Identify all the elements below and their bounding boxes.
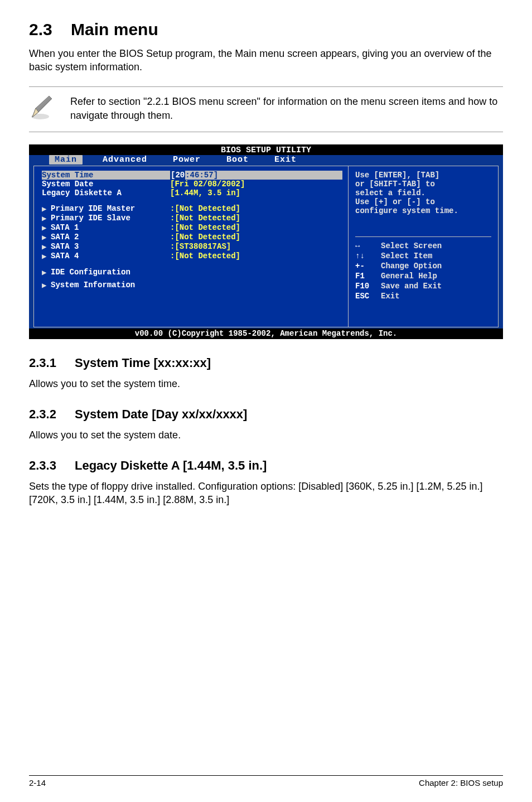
nav-row: F10Save and Exit	[355, 282, 491, 291]
nav-text: Exit	[381, 292, 400, 301]
value: :46:57]	[185, 171, 218, 180]
chevron-right-icon: ▶	[42, 214, 51, 223]
row-sata-3[interactable]: ▶SATA 3:[ST380817AS]	[42, 242, 342, 252]
help-line: configure system time.	[355, 206, 491, 215]
row-legacy-diskette[interactable]: Legacy Diskette A[1.44M, 3.5 in]	[42, 189, 342, 197]
row-primary-ide-master[interactable]: ▶Primary IDE Master:[Not Detected]	[42, 204, 342, 214]
section-heading: 2.3 Main menu	[29, 20, 503, 39]
value: [1.44M, 3.5 in]	[170, 189, 240, 197]
label: SATA 2	[51, 233, 170, 242]
nav-row: F1General Help	[355, 272, 491, 281]
row-primary-ide-slave[interactable]: ▶Primary IDE Slave:[Not Detected]	[42, 214, 342, 223]
row-ide-configuration[interactable]: ▶IDE Configuration	[42, 268, 342, 277]
nav-row: ESCExit	[355, 292, 491, 301]
nav-key: ↔	[355, 241, 381, 250]
footer-chapter: Chapter 2: BIOS setup	[419, 778, 503, 787]
chevron-right-icon: ▶	[42, 252, 51, 261]
value: [Fri 02/08/2002]	[170, 180, 245, 189]
nav-key: ↑↓	[355, 252, 381, 260]
label: Primary IDE Slave	[51, 214, 170, 223]
section-number: 2.3	[29, 20, 52, 38]
bios-screenshot: BIOS SETUP UTILITY Main Advanced Power B…	[29, 144, 503, 339]
nav-text: Select Screen	[381, 241, 442, 250]
nav-key: ESC	[355, 292, 381, 301]
page-footer: 2-14 Chapter 2: BIOS setup	[29, 775, 503, 787]
bios-menu-advanced[interactable]: Advanced	[97, 155, 153, 165]
value: :[ST380817AS]	[170, 242, 231, 252]
nav-key: F10	[355, 282, 381, 291]
subsection-number: 2.3.2	[29, 407, 75, 422]
value: :[Not Detected]	[170, 214, 240, 223]
label: System Time	[42, 171, 170, 180]
label: Primary IDE Master	[51, 204, 170, 214]
value: :[Not Detected]	[170, 233, 240, 242]
nav-text: Save and Exit	[381, 282, 442, 291]
chevron-right-icon: ▶	[42, 233, 51, 242]
subsection-body: Sets the type of floppy drive installed.…	[29, 480, 503, 507]
bios-copyright: v00.00 (C)Copyright 1985-2002, American …	[29, 328, 503, 339]
label: Legacy Diskette A	[42, 189, 170, 197]
bios-left-pane: System Time[20:46:57] System Date[Fri 02…	[33, 166, 348, 327]
pencil-icon	[29, 95, 55, 123]
row-sata-4[interactable]: ▶SATA 4:[Not Detected]	[42, 252, 342, 261]
section-title: Main menu	[71, 20, 158, 38]
nav-text: General Help	[381, 272, 437, 281]
row-system-information[interactable]: ▶System Information	[42, 281, 342, 290]
subsection-body: Allows you to set the system time.	[29, 377, 503, 390]
label: IDE Configuration	[51, 268, 179, 277]
nav-key: +-	[355, 262, 381, 270]
subsection-heading: 2.3.2System Date [Day xx/xx/xxxx]	[29, 407, 503, 422]
bios-menu-bar: Main Advanced Power Boot Exit	[29, 155, 503, 166]
note-block: Refer to section "2.2.1 BIOS menu screen…	[29, 86, 503, 132]
label: System Information	[51, 281, 179, 290]
nav-text: Change Option	[381, 262, 442, 270]
chevron-right-icon: ▶	[42, 281, 51, 290]
nav-row: ↑↓Select Item	[355, 252, 491, 260]
help-line: Use [ENTER], [TAB]	[355, 171, 491, 180]
value: :[Not Detected]	[170, 252, 240, 261]
bios-title: BIOS SETUP UTILITY	[29, 144, 503, 155]
bios-menu-main[interactable]: Main	[49, 155, 83, 165]
help-separator	[355, 236, 491, 237]
label: System Date	[42, 180, 170, 189]
intro-paragraph: When you enter the BIOS Setup program, t…	[29, 47, 503, 74]
chevron-right-icon: ▶	[42, 268, 51, 277]
bios-menu-boot[interactable]: Boot	[221, 155, 254, 165]
subsection-title: System Date [Day xx/xx/xxxx]	[75, 407, 247, 421]
value: :[Not Detected]	[170, 223, 240, 233]
bios-help-pane: Use [ENTER], [TAB] or [SHIFT-TAB] to sel…	[348, 166, 499, 327]
value: :[Not Detected]	[170, 204, 240, 214]
subsection-number: 2.3.3	[29, 458, 75, 473]
subsection-heading: 2.3.1System Time [xx:xx:xx]	[29, 356, 503, 370]
subsection-body: Allows you to set the system date.	[29, 428, 503, 442]
row-system-date[interactable]: System Date[Fri 02/08/2002]	[42, 180, 342, 189]
row-system-time[interactable]: System Time[20:46:57]	[42, 171, 342, 180]
nav-row: +-Change Option	[355, 262, 491, 270]
chevron-right-icon: ▶	[42, 242, 51, 252]
subsection-title: Legacy Diskette A [1.44M, 3.5 in.]	[75, 458, 267, 472]
row-sata-2[interactable]: ▶SATA 2:[Not Detected]	[42, 233, 342, 242]
label: SATA 4	[51, 252, 170, 261]
subsection-number: 2.3.1	[29, 356, 75, 370]
help-line: select a field.	[355, 189, 491, 197]
row-sata-1[interactable]: ▶SATA 1:[Not Detected]	[42, 223, 342, 233]
value-hl: [20	[170, 171, 185, 180]
subsection-heading: 2.3.3Legacy Diskette A [1.44M, 3.5 in.]	[29, 458, 503, 473]
footer-page-number: 2-14	[29, 778, 46, 787]
help-line: Use [+] or [-] to	[355, 197, 491, 206]
bios-menu-power[interactable]: Power	[167, 155, 206, 165]
bios-menu-exit[interactable]: Exit	[269, 155, 302, 165]
chevron-right-icon: ▶	[42, 204, 51, 214]
chevron-right-icon: ▶	[42, 223, 51, 233]
nav-text: Select Item	[381, 252, 432, 260]
label: SATA 3	[51, 242, 170, 252]
note-text: Refer to section "2.2.1 BIOS menu screen…	[70, 95, 503, 122]
subsection-title: System Time [xx:xx:xx]	[75, 356, 211, 370]
label: SATA 1	[51, 223, 170, 233]
nav-row: ↔Select Screen	[355, 241, 491, 250]
help-line: or [SHIFT-TAB] to	[355, 180, 491, 189]
nav-key: F1	[355, 272, 381, 281]
